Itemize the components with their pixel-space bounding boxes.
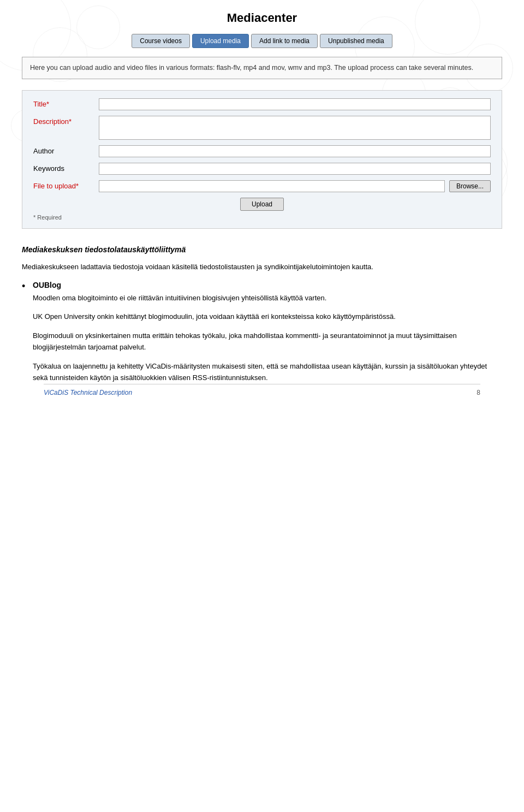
main-content: Mediakeskuksen tiedostolatauskäyttöliitt… — [22, 234, 502, 408]
oublog-para-4: Työkalua on laajennettu ja kehitetty ViC… — [33, 361, 502, 384]
oublog-heading: OUBlog — [33, 281, 502, 289]
footer-page-number: 8 — [477, 389, 480, 396]
upload-form: Title* Description* Author Keywords File… — [22, 90, 502, 229]
tab-unpublished-media[interactable]: Unpublished media — [320, 34, 392, 48]
oublog-para-2: UK Open University onkin kehittänyt blog… — [33, 311, 502, 323]
keywords-label: Keywords — [33, 163, 99, 173]
info-box: Here you can upload audio and video file… — [22, 57, 502, 79]
footer-title: ViCaDiS Technical Description — [44, 389, 132, 396]
title-label: Title* — [33, 98, 99, 108]
file-path-input[interactable] — [99, 180, 445, 192]
tab-course-videos[interactable]: Course videos — [132, 34, 190, 48]
oublog-para-1: Moodlen oma blogitoiminto ei ole riittäv… — [33, 293, 502, 304]
page-title: Mediacenter — [22, 11, 502, 25]
footer: ViCaDiS Technical Description 8 — [44, 384, 480, 396]
bullet-oublog-content: OUBlog Moodlen oma blogitoiminto ei ole … — [33, 281, 502, 392]
tab-add-link[interactable]: Add link to media — [251, 34, 318, 48]
bullet-dot: • — [22, 281, 33, 293]
file-row: File to upload* Browse... — [33, 180, 491, 192]
author-input[interactable] — [99, 145, 491, 157]
title-row: Title* — [33, 98, 491, 110]
file-label: File to upload* — [33, 180, 99, 190]
keywords-row: Keywords — [33, 163, 491, 175]
tab-navigation: Course videos Upload media Add link to m… — [22, 34, 502, 48]
content-heading: Mediakeskuksen tiedostolatauskäyttöliitt… — [22, 245, 502, 254]
oublog-para-3: Blogimoduuli on yksinkertainen mutta eri… — [33, 330, 502, 353]
description-row: Description* — [33, 116, 491, 140]
description-input[interactable] — [99, 116, 491, 140]
keywords-input[interactable] — [99, 163, 491, 175]
author-row: Author — [33, 145, 491, 157]
info-box-text: Here you can upload audio and video file… — [30, 64, 473, 72]
file-upload-area: Browse... — [99, 180, 491, 192]
title-input[interactable] — [99, 98, 491, 110]
upload-button[interactable]: Upload — [240, 198, 284, 211]
description-label: Description* — [33, 116, 99, 126]
browse-button[interactable]: Browse... — [449, 180, 491, 192]
author-label: Author — [33, 145, 99, 155]
tab-upload-media[interactable]: Upload media — [192, 34, 249, 48]
required-note: * Required — [33, 214, 491, 221]
upload-btn-row: Upload — [33, 198, 491, 211]
bullet-oublog: • OUBlog Moodlen oma blogitoiminto ei ol… — [22, 281, 502, 392]
content-intro: Mediakeskukseen ladattavia tiedostoja vo… — [22, 262, 502, 273]
